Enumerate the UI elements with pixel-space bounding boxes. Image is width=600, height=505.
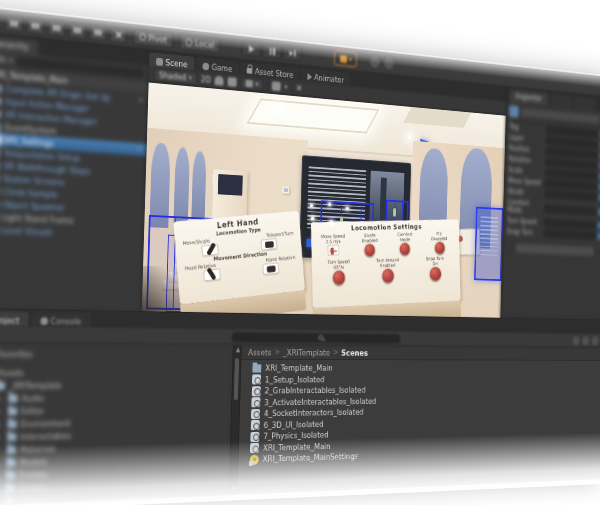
- folder-icon: [8, 394, 18, 402]
- scrollbar-thumb[interactable]: [234, 358, 239, 400]
- assets-root-item[interactable]: ▾ Assets: [0, 366, 232, 379]
- effects-icon: [246, 80, 253, 88]
- character-capsule: [393, 208, 396, 217]
- pivot-toggle[interactable]: Pivot: [133, 28, 173, 47]
- hierarchy-item-label: Level Visuals: [1, 225, 52, 237]
- asset-icon: [251, 420, 260, 430]
- rotate-tool-icon[interactable]: [26, 17, 44, 35]
- chevron-down-icon: ▾: [9, 56, 13, 64]
- scene-view: Scene Game Asset Store Animator Shaded▾ …: [142, 50, 507, 317]
- folder-icon: [5, 497, 15, 505]
- grid-toggle-icon[interactable]: [272, 81, 281, 91]
- console-tab-icon: [41, 317, 49, 325]
- breadcrumb-item[interactable]: Scenes: [341, 348, 368, 357]
- rect-gizmo-handle[interactable]: [328, 203, 331, 206]
- globe-icon: [186, 38, 193, 46]
- add-component-button[interactable]: [515, 242, 595, 257]
- menu-button[interactable]: [592, 336, 599, 345]
- transform-tool-icon[interactable]: [89, 24, 106, 41]
- red-knob: [400, 243, 410, 255]
- lighting-toggle-icon[interactable]: [215, 76, 224, 86]
- scale-tool-icon[interactable]: [48, 19, 66, 36]
- rect-gizmo-handle[interactable]: [346, 207, 349, 210]
- rect-gizmo-handle[interactable]: [310, 204, 313, 207]
- folder-icon: [0, 381, 5, 389]
- audio-toggle-icon[interactable]: [228, 77, 237, 87]
- hand-tool-icon[interactable]: [0, 12, 2, 30]
- asset-label: 1_Setup_Isolated: [265, 375, 325, 384]
- knob-sublabel: Disabled: [424, 236, 455, 242]
- shading-mode-dropdown[interactable]: Shaded▾: [154, 68, 197, 85]
- effects-dropdown[interactable]: ▾: [241, 77, 263, 90]
- pause-button[interactable]: [262, 42, 281, 59]
- tab-console[interactable]: Console: [31, 312, 90, 327]
- file-row[interactable]: XRI_Template_Main: [252, 363, 600, 374]
- folder-label: Audio: [21, 393, 44, 403]
- folder-label: Scripts: [18, 495, 45, 505]
- asset-icon: [252, 375, 261, 385]
- move-tool-icon[interactable]: [5, 14, 23, 32]
- blue-hologram-panel: [474, 207, 503, 281]
- knob-cell: Strafe Enabled: [353, 232, 386, 257]
- icon-size-slider[interactable]: [573, 336, 580, 345]
- folder-label: Interactables: [20, 431, 72, 442]
- custom-tool-icon[interactable]: [110, 26, 127, 43]
- play-button[interactable]: [241, 40, 261, 58]
- knob-cell: Snap Turn On: [415, 255, 455, 281]
- asset-label: XRI_Template_MainSettings: [263, 452, 359, 464]
- knob-cell: Comfort Mode: [389, 231, 421, 255]
- account-button[interactable]: [384, 57, 394, 69]
- create-dropdown[interactable]: Create: [0, 53, 6, 64]
- favorites-label: Favorites: [0, 349, 33, 359]
- arch-window: [192, 151, 207, 219]
- pivot-icon: [140, 33, 146, 40]
- breadcrumb-item[interactable]: Assets: [248, 347, 272, 356]
- property-field[interactable]: [544, 230, 595, 240]
- asset-label: XRI_Template_Main: [265, 364, 333, 373]
- breadcrumb-separator: >: [333, 348, 338, 356]
- folder-label: Materials: [20, 444, 56, 455]
- folder-icon: [7, 445, 17, 453]
- cloud-button[interactable]: [370, 56, 380, 68]
- folder-icon: [7, 420, 17, 428]
- rect-gizmo-center[interactable]: [329, 220, 333, 225]
- tab-project[interactable]: Project: [0, 311, 29, 327]
- breadcrumb-item[interactable]: _XRITemplate: [283, 348, 330, 357]
- 2d-toggle[interactable]: 2D: [201, 74, 211, 84]
- asset-icon: [252, 386, 261, 396]
- rect-tool-icon[interactable]: [69, 21, 87, 38]
- move-speed-slider: Move Speed 2.5 m/s: [316, 233, 349, 258]
- step-button[interactable]: [283, 44, 302, 61]
- knob-sublabel: On: [415, 260, 455, 267]
- game-tab-icon: [202, 62, 209, 70]
- gameobject-name-field[interactable]: [521, 108, 599, 124]
- breadcrumb-separator: >: [275, 348, 281, 356]
- slider-box: [327, 245, 339, 256]
- left-hand-station: Left Hand Locomotion Type Move/Strafe Te…: [173, 210, 306, 318]
- expand-arrow-icon[interactable]: >: [136, 145, 142, 154]
- red-knob: [434, 242, 444, 254]
- rect-gizmo-handle[interactable]: [311, 217, 314, 220]
- red-knob: [333, 270, 345, 285]
- lock-button[interactable]: [582, 336, 589, 345]
- asset-label: 6_3D_UI_Isolated: [263, 420, 323, 430]
- search-icon: [318, 335, 323, 340]
- property-label: Comfort Mode: [507, 199, 542, 216]
- asset-icon: [250, 454, 259, 464]
- expand-arrow-icon[interactable]: >: [138, 96, 144, 105]
- favorites-item[interactable]: ▾★ Favorites: [0, 347, 233, 361]
- scene-canvas[interactable]: Left Hand Locomotion Type Move/Strafe Te…: [142, 83, 506, 318]
- project-search-input[interactable]: [231, 332, 400, 344]
- scroll-down-arrow[interactable]: ▼: [231, 486, 237, 493]
- close-icon[interactable]: ✕: [296, 84, 305, 94]
- property-field[interactable]: [544, 205, 595, 215]
- animator-tab-icon: [307, 73, 312, 81]
- folder-label: Prefabs: [19, 469, 49, 480]
- property-label: Strafe: [508, 188, 543, 198]
- collab-button[interactable]: [334, 50, 357, 67]
- property-label: Scale: [508, 166, 543, 176]
- scroll-up-arrow[interactable]: ▲: [235, 347, 241, 353]
- local-toggle[interactable]: Local: [180, 33, 221, 52]
- gameobject-icon: [0, 96, 2, 105]
- folder-label: Environment: [20, 418, 70, 429]
